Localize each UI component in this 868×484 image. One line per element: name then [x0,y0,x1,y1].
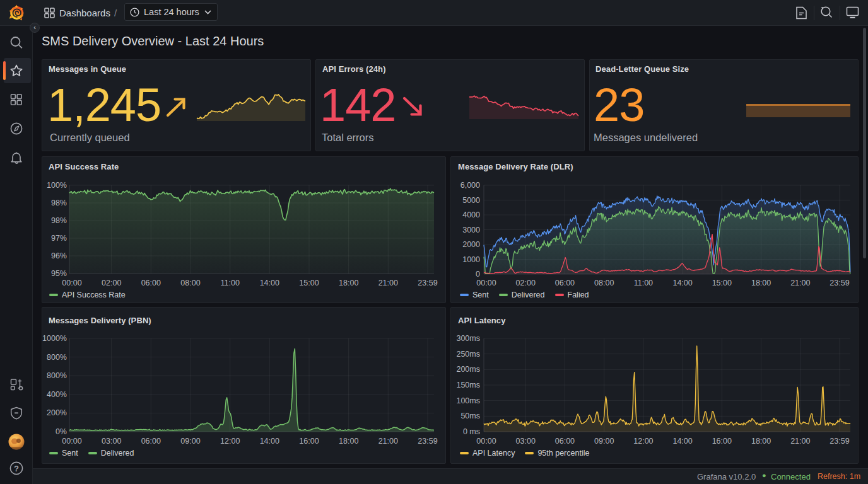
svg-text:16:00: 16:00 [299,437,319,446]
svg-text:09:00: 09:00 [594,437,614,446]
svg-text:800%: 800% [47,371,67,380]
svg-text:23:59: 23:59 [830,437,849,446]
svg-text:12:00: 12:00 [633,437,653,446]
svg-text:250ms: 250ms [456,350,480,359]
svg-text:14:00: 14:00 [260,279,279,287]
svg-text:100%: 100% [47,181,67,190]
svg-text:03:00: 03:00 [102,437,121,446]
svg-text:15:00: 15:00 [712,279,732,287]
svg-text:100ms: 100ms [456,396,480,405]
svg-text:96%: 96% [51,251,67,260]
svg-text:150ms: 150ms [456,381,480,389]
svg-text:18:00: 18:00 [751,279,771,287]
svg-text:21:00: 21:00 [790,279,810,287]
svg-text:14:00: 14:00 [672,437,692,446]
svg-text:02:00: 02:00 [516,279,536,287]
svg-text:98%: 98% [51,216,67,225]
svg-text:400%: 400% [47,390,67,399]
svg-text:06:00: 06:00 [141,437,161,446]
svg-text:00:00: 00:00 [476,279,496,287]
svg-text:98%: 98% [51,199,67,207]
svg-text:97%: 97% [51,234,67,243]
svg-text:300ms: 300ms [456,334,480,343]
svg-text:12:00: 12:00 [220,437,240,446]
svg-text:800%: 800% [47,353,67,362]
svg-text:14:00: 14:00 [260,437,279,446]
svg-text:06:00: 06:00 [141,279,161,287]
svg-text:11:00: 11:00 [634,279,653,287]
svg-text:200ms: 200ms [456,365,480,374]
svg-text:0%: 0% [56,427,67,436]
svg-text:00:00: 00:00 [62,437,81,446]
svg-text:5000: 5000 [462,196,480,205]
svg-text:1000%: 1000% [42,334,67,343]
svg-text:21:00: 21:00 [378,279,398,287]
svg-text:23:59: 23:59 [418,437,437,446]
svg-text:18:00: 18:00 [751,437,771,446]
svg-text:15:00: 15:00 [299,279,319,287]
svg-text:6,000: 6,000 [460,181,480,190]
svg-text:18:00: 18:00 [339,279,358,287]
svg-text:95%: 95% [51,269,67,278]
svg-text:00:00: 00:00 [476,437,496,446]
svg-text:11:00: 11:00 [221,279,240,287]
svg-text:09:00: 09:00 [180,437,200,446]
svg-text:14:00: 14:00 [672,279,692,287]
svg-text:0: 0 [476,270,480,279]
svg-text:3000: 3000 [462,226,480,234]
svg-text:02:00: 02:00 [102,279,121,287]
svg-text:200%: 200% [47,408,67,417]
svg-text:50ms: 50ms [460,412,480,420]
svg-text:06:00: 06:00 [555,437,575,446]
svg-text:00:00: 00:00 [62,279,81,287]
svg-text:2000: 2000 [462,240,480,249]
svg-text:23:59: 23:59 [418,279,437,287]
svg-text:06:00: 06:00 [555,279,575,287]
svg-text:23:59: 23:59 [830,279,849,287]
svg-text:1000: 1000 [462,255,480,264]
svg-text:0 ms: 0 ms [463,427,480,436]
svg-text:16:00: 16:00 [712,437,732,446]
svg-text:08:00: 08:00 [594,279,614,287]
svg-text:21:00: 21:00 [790,437,810,446]
svg-text:21:00: 21:00 [378,437,398,446]
svg-text:08:00: 08:00 [180,279,200,287]
svg-text:18:00: 18:00 [339,437,358,446]
svg-text:03:00: 03:00 [516,437,536,446]
svg-text:4000: 4000 [462,210,480,219]
